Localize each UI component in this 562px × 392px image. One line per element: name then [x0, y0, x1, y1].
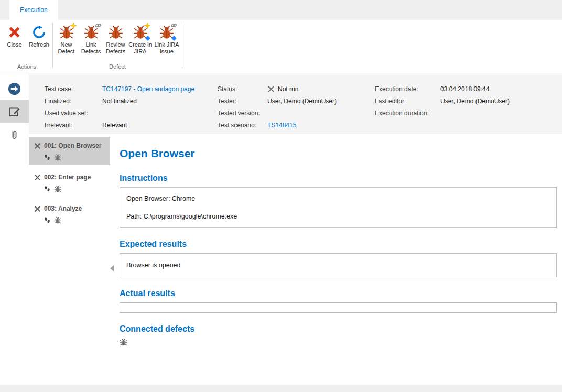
- field-label: Finalized:: [45, 97, 102, 105]
- field-label: Execution duration:: [375, 110, 440, 117]
- arrow-circle-icon: [8, 82, 21, 95]
- footsteps-icon[interactable]: [44, 154, 50, 161]
- review-defects-label: Review Defects: [104, 41, 127, 55]
- footsteps-icon[interactable]: [44, 217, 50, 224]
- info-column-1: Test case: TC147197 - Open andagon page …: [45, 83, 212, 131]
- info-row-status: Status: Not run: [218, 83, 375, 95]
- step-item-001[interactable]: 001: Open Browser: [29, 137, 110, 165]
- info-row-test-case: Test case: TC147197 - Open andagon page: [45, 83, 212, 95]
- bug-icon: [83, 24, 99, 40]
- sparkle-icon: [70, 23, 77, 29]
- link-icon: [171, 23, 177, 28]
- connected-defects-heading: Connected defects: [120, 324, 557, 334]
- step-title: 003: Analyze: [44, 205, 82, 212]
- jira-diamond-icon: [145, 36, 150, 41]
- bug-icon: [133, 24, 148, 40]
- field-label: Tester:: [218, 97, 267, 105]
- field-label: Irrelevant:: [45, 122, 102, 129]
- expected-result-line: Browser is opened: [126, 262, 550, 269]
- field-value: User, Demo (DemoUser): [267, 97, 337, 105]
- step-item-003[interactable]: 003: Analyze: [29, 200, 110, 228]
- instruction-line: Open Browser: Chrome: [126, 195, 550, 202]
- bug-icon[interactable]: [120, 339, 127, 347]
- info-row-irrelevant: Irrelevant: Relevant: [45, 119, 212, 131]
- field-label: Used value set:: [45, 110, 102, 117]
- close-button-label: Close: [7, 41, 21, 48]
- field-label: Tested version:: [218, 110, 267, 117]
- bug-icon: [159, 24, 175, 40]
- edit-icon: [8, 105, 21, 118]
- paperclip-icon: [9, 129, 20, 140]
- refresh-button-label: Refresh: [29, 41, 49, 48]
- close-button[interactable]: Close: [2, 23, 27, 48]
- bug-icon: [59, 24, 74, 40]
- instructions-box: Open Browser: Chrome Path: C:\programs\g…: [120, 187, 557, 228]
- field-value: User, Demo (DemoUser): [440, 97, 510, 105]
- execution-window: Execution Close Refresh Actions: [0, 0, 562, 392]
- new-defect-button[interactable]: New Defect: [54, 23, 79, 55]
- step-item-002[interactable]: 002: Enter page: [29, 168, 110, 197]
- info-row-execution-duration: Execution duration:: [375, 107, 562, 119]
- footsteps-icon[interactable]: [44, 186, 50, 192]
- bug-icon[interactable]: [54, 185, 61, 192]
- tab-execution[interactable]: Execution: [9, 0, 58, 20]
- info-row-test-scenario: Test scenario: TS148415: [218, 119, 375, 131]
- bug-icon[interactable]: [54, 154, 61, 161]
- link-defects-button[interactable]: Link Defects: [79, 23, 103, 55]
- create-in-jira-label: Create in JIRA: [128, 41, 152, 55]
- test-scenario-link[interactable]: TS148415: [267, 122, 296, 129]
- x-icon: [34, 143, 41, 149]
- collapse-panel-arrow[interactable]: [110, 265, 114, 271]
- sidebar-item-edit-execution[interactable]: [0, 100, 29, 123]
- info-row-used-value-set: Used value set:: [45, 107, 212, 119]
- create-in-jira-button[interactable]: Create in JIRA: [128, 23, 153, 55]
- ribbon-group-defect: New Defect Link Defects Review Defects: [54, 20, 181, 72]
- ribbon-group-label-defect: Defect: [54, 63, 181, 72]
- field-value: Relevant: [102, 122, 127, 129]
- ribbon-group-actions: Close Refresh Actions: [2, 20, 51, 72]
- ribbon-group-label-actions: Actions: [2, 63, 51, 72]
- sidebar-item-navigate[interactable]: [0, 77, 29, 100]
- ribbon-separator: [52, 23, 53, 68]
- new-defect-label: New Defect: [55, 41, 78, 55]
- expected-results-box: Browser is opened: [120, 253, 557, 277]
- actual-results-input[interactable]: [120, 302, 557, 313]
- x-icon: [34, 174, 41, 181]
- link-icon: [95, 23, 101, 28]
- refresh-icon: [33, 24, 46, 40]
- tab-strip: Execution: [0, 0, 562, 20]
- field-label: Test case:: [45, 85, 102, 93]
- ribbon-toolbar: Close Refresh Actions N: [0, 20, 562, 72]
- x-icon: [34, 205, 41, 212]
- bug-icon: [108, 24, 124, 40]
- info-row-execution-date: Execution date: 03.04.2018 09:44: [375, 83, 562, 95]
- status-value: Not run: [278, 85, 298, 93]
- bottom-bar: [0, 385, 562, 392]
- info-row-last-editor: Last editor: User, Demo (DemoUser): [375, 95, 562, 107]
- field-label: Status:: [218, 85, 267, 93]
- jira-diamond-icon: [171, 36, 177, 41]
- bug-icon[interactable]: [54, 216, 61, 224]
- field-label: Last editor:: [375, 97, 440, 105]
- link-jira-issue-label: Link JIRA issue: [153, 41, 180, 55]
- step-detail-title: Open Browser: [120, 147, 557, 160]
- actual-results-heading: Actual results: [120, 289, 557, 298]
- execution-info-panel: Test case: TC147197 - Open andagon page …: [29, 73, 562, 134]
- link-defects-label: Link Defects: [79, 41, 103, 55]
- info-row-finalized: Finalized: Not finalized: [45, 95, 212, 107]
- instruction-line: Path: C:\programs\google\chrome.exe: [126, 213, 550, 220]
- sidebar-item-attachments[interactable]: [0, 123, 29, 146]
- left-icon-sidebar: [0, 73, 29, 385]
- review-defects-button[interactable]: Review Defects: [103, 23, 128, 55]
- info-column-2: Status: Not run Tester: User, Demo (Demo…: [218, 83, 375, 131]
- ribbon-separator: [182, 23, 182, 68]
- field-value: Not finalized: [102, 97, 137, 105]
- link-jira-issue-button[interactable]: Link JIRA issue: [153, 23, 181, 55]
- field-label: Test scenario:: [218, 122, 267, 129]
- field-value: 03.04.2018 09:44: [440, 85, 489, 93]
- step-title: 001: Open Browser: [44, 142, 101, 149]
- test-case-link[interactable]: TC147197 - Open andagon page: [102, 85, 194, 93]
- sparkle-icon: [144, 23, 150, 29]
- step-title: 002: Enter page: [44, 173, 91, 181]
- refresh-button[interactable]: Refresh: [27, 23, 51, 48]
